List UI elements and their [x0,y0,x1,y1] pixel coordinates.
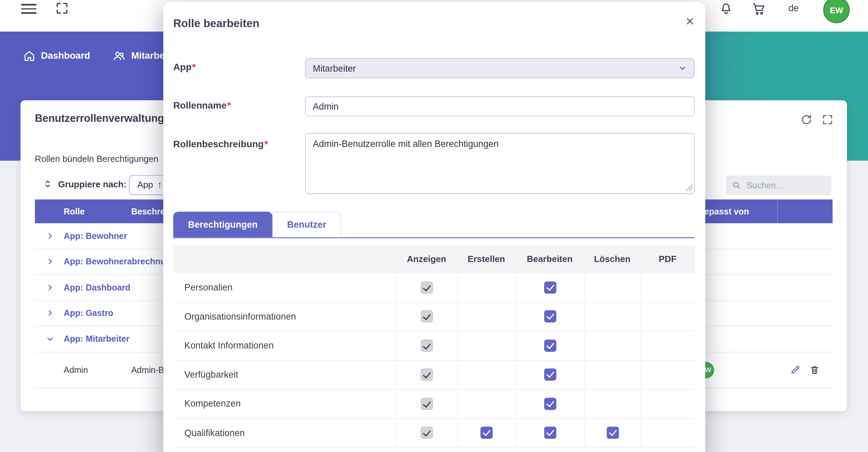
checkbox-bearbeiten[interactable] [544,398,556,410]
permission-name: Kontakt Informationen [173,340,396,351]
rolename-field-label: Rollenname* [173,100,231,112]
language-selector[interactable]: de [788,3,799,14]
checkbox-erstellen[interactable] [480,427,493,439]
close-icon[interactable]: × [684,12,696,31]
group-by-label: Gruppiere nach: [58,180,126,189]
app-field-label: App* [173,62,196,73]
checkbox-anzeigen[interactable] [421,427,433,439]
app-select[interactable]: Mitarbeiter [305,58,695,78]
checkbox-anzeigen[interactable] [421,339,433,352]
notifications-icon[interactable] [719,2,733,16]
cell-anzeigen [396,273,457,302]
cart-icon[interactable] [751,2,766,16]
panel-title: Benutzerrollenverwaltung [35,112,164,125]
user-avatar[interactable]: EW [823,0,850,23]
checkbox-bearbeiten[interactable] [544,281,556,294]
cell-pdf [640,302,695,331]
checkbox-loeschen[interactable] [607,427,619,439]
fullscreen-icon[interactable] [55,1,69,15]
checkbox-anzeigen[interactable] [421,281,433,294]
chevron-down-icon [678,64,687,73]
cell-loeschen [584,302,640,331]
permission-name: Kompetenzen [173,398,396,409]
column-rolle[interactable]: Rolle [35,206,123,216]
column-bearbeiten: Bearbeiten [515,254,584,264]
panel-actions [801,114,834,126]
permissions-table: Anzeigen Erstellen Bearbeiten Löschen PD… [173,245,695,448]
permissions-header: Anzeigen Erstellen Bearbeiten Löschen PD… [173,245,695,273]
app-viewport: de EW Dashboard Mitarbeiter Benutzerroll… [0,0,868,452]
cell-bearbeiten [515,331,584,360]
search-input[interactable] [746,180,825,191]
column-actions [777,200,832,223]
sort-direction-icon[interactable] [43,178,53,190]
cell-loeschen [584,390,640,418]
column-pdf: PDF [640,254,695,264]
checkbox-bearbeiten[interactable] [544,369,556,381]
cell-bearbeiten [515,302,584,331]
chevron-right-icon[interactable] [46,258,54,266]
cell-anzeigen [396,331,457,360]
cell-pdf [640,390,695,418]
checkbox-anzeigen[interactable] [421,369,433,381]
permission-name: Verfügbarkeit [173,370,396,380]
roledescription-field: Admin-Benutzerrolle mit allen Berechtigu… [305,133,695,194]
cell-erstellen [457,390,515,418]
chevron-right-icon[interactable] [46,232,54,240]
tab-benutzer[interactable]: Benutzer [272,212,341,237]
rolename-input[interactable] [305,96,695,116]
menu-icon[interactable] [21,4,37,14]
checkbox-bearbeiten[interactable] [544,427,556,439]
row-actions-cell [777,364,832,375]
rolename-label-text: Rollenname [173,100,226,111]
search-field[interactable] [726,176,831,195]
permission-row-personalien: Personalien [173,273,695,302]
cell-pdf [640,331,695,360]
column-loeschen: Löschen [584,254,640,264]
nav-item-dashboard[interactable]: Dashboard [23,47,90,65]
column-erstellen: Erstellen [457,254,515,264]
checkbox-bearbeiten[interactable] [544,310,556,323]
chevron-right-icon[interactable] [46,309,54,317]
required-marker: * [264,139,268,150]
roledescription-label-text: Rollenbeschreibung [173,139,264,150]
dialog-title: Rolle bearbeiten [173,17,259,30]
permission-row-qualifikationen: Qualifikationen [173,418,695,448]
checkbox-anzeigen[interactable] [421,398,433,410]
cell-bearbeiten [515,360,584,389]
required-marker: * [192,62,196,73]
column-anzeigen: Anzeigen [396,254,457,264]
cell-loeschen [584,273,640,302]
checkbox-anzeigen[interactable] [421,310,433,323]
roledescription-field-label: Rollenbeschreibung* [173,139,268,150]
cell-bearbeiten [515,273,584,302]
cell-pdf [640,273,695,302]
cell-bearbeiten [515,418,584,447]
cell-loeschen [584,331,640,360]
cell-anzeigen [396,360,457,389]
chevron-right-icon[interactable] [46,283,54,291]
screen: de EW Dashboard Mitarbeiter Benutzerroll… [0,0,868,452]
expand-icon[interactable] [822,114,834,126]
nav-label-dashboard: Dashboard [41,51,90,62]
tab-berechtigungen[interactable]: Berechtigungen [173,212,272,237]
checkbox-bearbeiten[interactable] [544,339,556,352]
roledescription-textarea[interactable]: Admin-Benutzerrolle mit allen Berechtigu… [305,133,695,194]
permission-row-verfuegbarkeit: Verfügbarkeit [173,360,695,390]
app-select-value: Mitarbeiter [313,63,356,73]
edit-icon[interactable] [790,364,801,375]
sort-asc-arrow: ↑ [157,180,162,190]
cell-bearbeiten [515,390,584,418]
cell-pdf [640,418,695,447]
cell-erstellen [457,418,515,447]
cell-loeschen [584,360,640,389]
panel-subtitle: Rollen bündeln Berechtigungen [35,154,159,164]
delete-icon[interactable] [809,364,820,375]
app-label-text: App [173,62,192,73]
cell-erstellen [457,331,515,360]
chevron-down-icon[interactable] [46,335,54,343]
home-icon [23,50,36,62]
cell-anzeigen [396,390,457,418]
people-icon [112,50,125,62]
refresh-icon[interactable] [801,114,813,126]
